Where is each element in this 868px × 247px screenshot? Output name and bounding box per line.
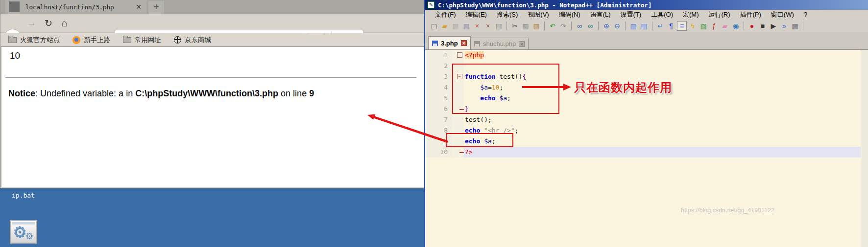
undo-icon[interactable]: ↶ <box>548 21 557 31</box>
watermark-text: https://blog.csdn.net/qq_41901122 <box>681 207 774 214</box>
replace-icon[interactable]: ∞ <box>585 21 595 31</box>
desktop-icon-label[interactable]: ip.bat <box>12 192 35 199</box>
code-token: ; <box>515 127 519 134</box>
toolbar-divider <box>598 22 599 30</box>
code-token: <?php <box>465 51 484 59</box>
editor-tab-label: 3.php <box>441 40 458 47</box>
function-list-icon[interactable]: ƒ <box>709 21 719 31</box>
toolbar-divider <box>744 22 744 30</box>
zoom-out-icon[interactable]: ⊖ <box>612 21 622 31</box>
editor-tab-shuchu.php[interactable]: shuchu.php× <box>470 38 529 49</box>
fold-end-mark <box>459 152 464 153</box>
menu-item[interactable]: 编辑(E) <box>461 10 492 19</box>
macro-record-icon[interactable]: ● <box>747 21 757 31</box>
cut-icon[interactable]: ✂ <box>510 21 520 31</box>
folder-workspace-icon[interactable]: ▰ <box>720 21 730 31</box>
save-icon[interactable]: ▦ <box>451 21 460 31</box>
fold-margin[interactable] <box>452 114 464 125</box>
menu-item[interactable]: 窗口(W) <box>766 10 799 19</box>
menu-item[interactable]: ? <box>799 11 812 18</box>
macro-stop-icon[interactable]: ■ <box>758 21 768 31</box>
close-file-icon[interactable]: × <box>472 21 482 31</box>
menu-item[interactable]: 搜索(S) <box>492 10 523 19</box>
fold-collapse-icon[interactable]: − <box>457 52 462 58</box>
save-all-icon[interactable]: ▦ <box>461 21 471 31</box>
menu-item[interactable]: 编码(N) <box>554 10 585 19</box>
folder-icon <box>123 37 131 43</box>
batch-file-icon[interactable]: ⚙ ⚙ <box>10 220 37 244</box>
print-icon[interactable]: ▤ <box>494 21 504 31</box>
tab-close-icon[interactable]: × <box>519 41 525 47</box>
menu-item[interactable]: 语言(L) <box>585 10 616 19</box>
gear-icon: ⚙ <box>25 231 33 242</box>
annotation-box-function <box>452 64 559 114</box>
menu-item[interactable]: 宏(M) <box>678 10 704 19</box>
php-output-value: 10 <box>10 50 20 61</box>
line-number: 7 <box>425 114 452 125</box>
doc-map-icon[interactable]: ▧ <box>699 21 708 31</box>
editor-tab-3.php[interactable]: 3.php× <box>428 36 471 49</box>
copy-icon[interactable]: ▥ <box>521 21 530 31</box>
menu-item[interactable]: 文件(F) <box>430 10 461 19</box>
menu-item[interactable]: 工具(O) <box>646 10 678 19</box>
sync-vertical-icon[interactable]: ▥ <box>628 21 638 31</box>
bookmark-item[interactable]: 新手上路 <box>72 36 110 45</box>
code-text: echo "<hr />"; <box>464 125 868 136</box>
find-icon[interactable]: ∞ <box>575 21 584 31</box>
code-token: ?> <box>465 148 473 156</box>
tab-close-icon[interactable]: × <box>461 40 467 46</box>
notepadpp-app-icon: ✎ <box>428 1 434 8</box>
toolbar-divider <box>544 22 545 30</box>
bookmark-item[interactable]: 火狐官方站点 <box>8 36 60 45</box>
macro-save-icon[interactable]: ▦ <box>790 21 800 31</box>
show-all-chars-icon[interactable]: ≡ <box>677 21 687 31</box>
line-number: 1 <box>425 50 452 61</box>
word-wrap-icon[interactable]: ↵ <box>655 21 665 31</box>
code-line: 1<?php <box>425 50 868 61</box>
notepadpp-toolbar: ▢▰▦▦××▤✂▥▧↶↷∞∞⊕⊖▥▤↵¶≡ϟ▧ƒ▰◉●■▶»▦ <box>425 19 868 32</box>
open-file-icon[interactable]: ▰ <box>440 21 450 31</box>
doc-monitor-icon[interactable]: ◉ <box>731 21 741 31</box>
sync-horizontal-icon[interactable]: ▤ <box>639 21 649 31</box>
bookmark-label: 火狐官方站点 <box>20 36 60 45</box>
macro-run-multiple-icon[interactable]: » <box>779 21 789 31</box>
browser-tab-strip: localhost/function/3.php ✕ + <box>0 0 424 14</box>
firefox-window: localhost/function/3.php ✕ + ← → ↻ ⌂ i l… <box>0 0 424 188</box>
pilcrow-icon[interactable]: ¶ <box>666 21 676 31</box>
menu-item[interactable]: 插件(P) <box>735 10 766 19</box>
bookmark-item[interactable]: 常用网址 <box>123 36 161 45</box>
new-tab-button[interactable]: + <box>148 1 164 14</box>
tab-close-icon[interactable]: ✕ <box>136 3 142 11</box>
paste-icon[interactable]: ▧ <box>531 21 541 31</box>
code-token: test(); <box>465 116 492 123</box>
menu-item[interactable]: 运行(R) <box>703 10 735 19</box>
saved-file-icon <box>474 41 480 46</box>
line-number: 10 <box>425 147 452 157</box>
indent-guide-icon[interactable]: ϟ <box>688 21 698 31</box>
menu-item[interactable]: 视图(V) <box>523 10 554 19</box>
forward-button[interactable]: → <box>27 18 36 28</box>
code-text: ?> <box>464 147 868 157</box>
bookmark-item[interactable]: 京东商城 <box>174 36 211 45</box>
notepadpp-tabbar: 3.php×shuchu.php× <box>425 32 868 50</box>
redo-icon[interactable]: ↷ <box>558 21 568 31</box>
editor-scrollbar[interactable] <box>861 50 868 247</box>
browser-toolbar: ← → ↻ ⌂ i localhost/function/3.php ▦ 110… <box>0 14 424 33</box>
browser-tab[interactable]: localhost/function/3.php ✕ <box>5 0 146 14</box>
macro-play-icon[interactable]: ▶ <box>769 21 778 31</box>
notepadpp-titlebar[interactable]: ✎ C:\phpStudy\WWW\function\3.php - Notep… <box>425 0 868 10</box>
line-number: 2 <box>425 61 452 71</box>
windows-desktop: ip.bat ⚙ ⚙ <box>0 188 424 247</box>
home-button[interactable]: ⌂ <box>61 17 68 29</box>
close-all-icon[interactable]: × <box>483 21 493 31</box>
reload-button[interactable]: ↻ <box>45 18 52 29</box>
notepadpp-menubar: 文件(F)编辑(E)搜索(S)视图(V)编码(N)语言(L)设置(T)工具(O)… <box>425 10 868 19</box>
folder-icon <box>8 37 17 43</box>
line-number: 5 <box>425 93 452 104</box>
zoom-in-icon[interactable]: ⊕ <box>602 21 611 31</box>
toolbar-divider <box>506 22 507 30</box>
menu-item[interactable]: 设置(T) <box>616 10 647 19</box>
new-file-icon[interactable]: ▢ <box>429 21 439 31</box>
annotation-callout-text: 只在函数内起作用 <box>574 80 672 95</box>
line-number: 4 <box>425 82 452 93</box>
